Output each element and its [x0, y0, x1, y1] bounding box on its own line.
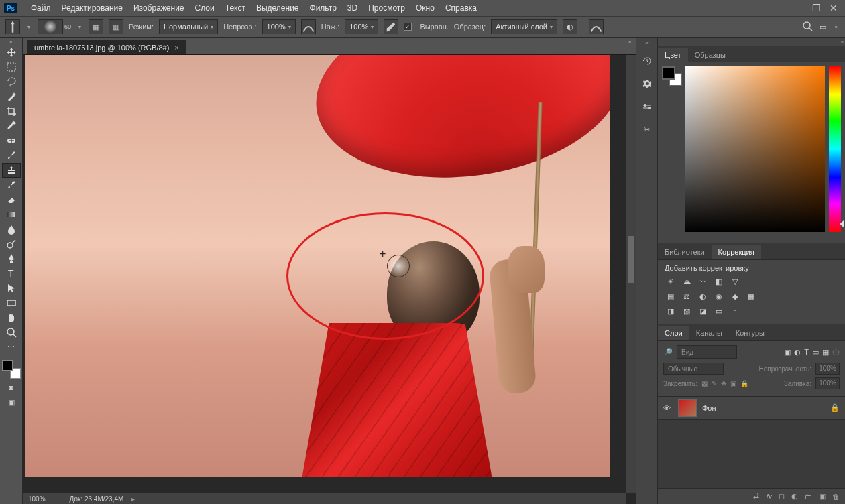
menu-3d[interactable]: 3D: [342, 3, 363, 13]
character-panel-icon[interactable]: [639, 99, 655, 115]
eyedropper-tool[interactable]: [2, 119, 21, 133]
quick-mask-icon[interactable]: ◙: [2, 381, 21, 393]
paths-tab[interactable]: Контуры: [729, 326, 771, 340]
lock-trans-icon[interactable]: ▩: [701, 380, 708, 387]
screen-mode-icon[interactable]: ▣: [2, 396, 21, 408]
airbrush-icon[interactable]: [384, 19, 398, 34]
menu-view[interactable]: Просмотр: [363, 3, 410, 13]
selective-color-icon[interactable]: ▫: [729, 306, 741, 316]
filter-smart-icon[interactable]: ▦: [822, 348, 829, 357]
menu-layers[interactable]: Слои: [190, 3, 220, 13]
menu-select[interactable]: Выделение: [251, 3, 304, 13]
menu-filter[interactable]: Фильтр: [304, 3, 342, 13]
curves-icon[interactable]: 〰: [697, 276, 709, 287]
search-icon[interactable]: [802, 21, 813, 33]
history-panel-icon[interactable]: [639, 53, 655, 69]
bw-icon[interactable]: ◐: [697, 291, 709, 302]
blend-mode-select[interactable]: Обычные: [663, 363, 724, 375]
gradient-tool[interactable]: [2, 207, 21, 222]
threshold-icon[interactable]: ◪: [697, 306, 709, 316]
move-tool[interactable]: [2, 45, 21, 60]
healing-brush-tool[interactable]: [2, 133, 21, 148]
type-tool[interactable]: T: [2, 266, 21, 281]
canvas[interactable]: +: [23, 55, 636, 504]
crop-tool[interactable]: [2, 104, 21, 119]
color-balance-icon[interactable]: ⚖: [681, 291, 693, 302]
hue-slider[interactable]: [829, 66, 841, 232]
menu-text[interactable]: Текст: [220, 3, 251, 13]
status-flyout-icon[interactable]: ▸: [127, 495, 139, 503]
swatches-tab[interactable]: Образцы: [688, 48, 732, 62]
delete-layer-icon[interactable]: 🗑: [832, 493, 840, 501]
menu-file[interactable]: Файл: [25, 3, 56, 13]
lasso-tool[interactable]: [2, 74, 21, 89]
filter-pixel-icon[interactable]: ▣: [784, 348, 791, 357]
paragraph-panel-icon[interactable]: ✂: [639, 121, 655, 137]
doc-size[interactable]: Док: 23,4M/23,4M: [50, 495, 124, 503]
window-close-icon[interactable]: ✕: [829, 3, 838, 13]
blur-tool[interactable]: [2, 222, 21, 237]
lock-all-icon[interactable]: 🔒: [740, 380, 748, 387]
pressure-opacity-icon[interactable]: [301, 19, 316, 34]
panels-collapse-icon[interactable]: »: [837, 38, 845, 46]
layer-item[interactable]: 👁 Фон 🔒: [658, 397, 845, 420]
clone-source-icon[interactable]: ▥: [109, 19, 123, 34]
invert-icon[interactable]: ◨: [665, 306, 677, 316]
color-lookup-icon[interactable]: ▦: [745, 291, 757, 302]
close-tab-icon[interactable]: ×: [174, 44, 178, 52]
sample-dropdown[interactable]: Активный слой: [491, 19, 557, 34]
toolbar-collapse-icon[interactable]: »: [8, 39, 15, 45]
hand-tool[interactable]: [2, 310, 21, 325]
channel-mixer-icon[interactable]: ◆: [729, 291, 741, 302]
layer-style-icon[interactable]: fx: [766, 493, 772, 501]
filter-type-icon[interactable]: T: [804, 348, 809, 357]
vertical-scrollbar[interactable]: [626, 55, 636, 493]
edit-toolbar-icon[interactable]: ⋯: [2, 340, 21, 355]
link-layers-icon[interactable]: ⇄: [753, 492, 759, 501]
vibrance-icon[interactable]: ▽: [729, 276, 741, 287]
tool-preset-icon[interactable]: [5, 19, 20, 34]
layer-name[interactable]: Фон: [702, 404, 825, 412]
layer-thumbnail[interactable]: [678, 399, 697, 417]
flow-dropdown[interactable]: 100%: [345, 19, 378, 34]
brush-tool[interactable]: [2, 148, 21, 163]
adjustments-tab[interactable]: Коррекция: [712, 245, 761, 259]
brush-preset[interactable]: [38, 19, 63, 34]
properties-panel-icon[interactable]: [639, 76, 655, 92]
window-restore-icon[interactable]: ❐: [811, 3, 821, 13]
filter-toggle-icon[interactable]: ⏻: [832, 348, 840, 357]
path-selection-tool[interactable]: [2, 281, 21, 296]
ignore-adjustment-icon[interactable]: ◐: [563, 19, 577, 34]
levels-icon[interactable]: ⛰: [681, 276, 693, 287]
pressure-size-icon[interactable]: [589, 19, 604, 34]
menu-window[interactable]: Окно: [410, 3, 440, 13]
exposure-icon[interactable]: ◧: [713, 276, 725, 287]
libraries-tab[interactable]: Библиотеки: [658, 245, 712, 259]
dodge-tool[interactable]: [2, 237, 21, 251]
new-adjustment-icon[interactable]: ◐: [791, 492, 798, 501]
window-minimize-icon[interactable]: —: [794, 3, 803, 13]
visibility-icon[interactable]: 👁: [663, 404, 673, 412]
color-field[interactable]: [685, 66, 825, 232]
opacity-dropdown[interactable]: 100%: [262, 19, 296, 34]
tool-preset-dropdown[interactable]: ▾: [25, 24, 32, 30]
rectangle-tool[interactable]: [2, 296, 21, 310]
pen-tool[interactable]: [2, 251, 21, 266]
gradient-map-icon[interactable]: ▭: [713, 306, 725, 316]
history-brush-tool[interactable]: [2, 178, 21, 192]
channels-tab[interactable]: Каналы: [689, 326, 729, 340]
posterize-icon[interactable]: ▨: [681, 306, 693, 316]
doc-expand-icon[interactable]: «: [626, 39, 633, 45]
filter-shape-icon[interactable]: ▭: [812, 348, 819, 357]
lock-artboard-icon[interactable]: ▣: [730, 380, 736, 387]
layer-opacity[interactable]: 100%: [815, 363, 840, 375]
zoom-tool[interactable]: [2, 325, 21, 340]
blend-mode-dropdown[interactable]: Нормальный: [159, 19, 218, 34]
layer-fill[interactable]: 100%: [815, 377, 840, 389]
zoom-level[interactable]: 100%: [28, 495, 46, 503]
hue-slider-thumb[interactable]: [840, 220, 844, 227]
eraser-tool[interactable]: [2, 192, 21, 207]
clone-stamp-tool[interactable]: [2, 163, 21, 178]
new-layer-icon[interactable]: ▣: [819, 492, 826, 501]
workspace-switcher-icon[interactable]: ▭: [820, 23, 826, 32]
